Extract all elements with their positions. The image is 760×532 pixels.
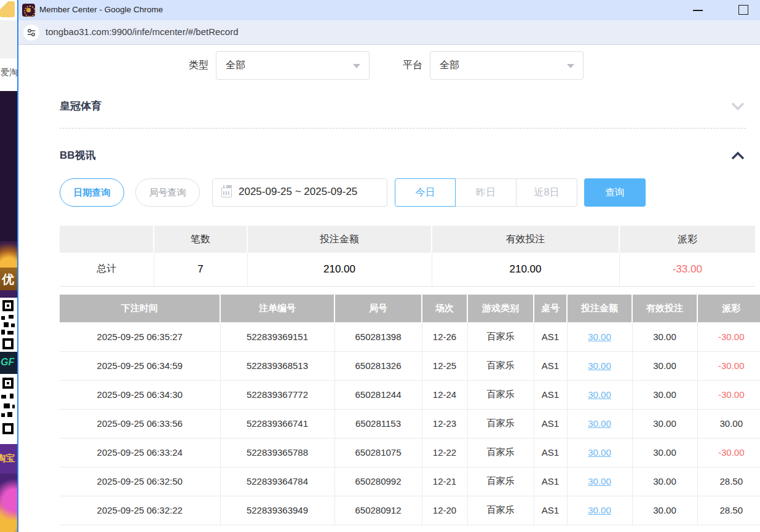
payout-cell: 28.50	[697, 496, 760, 525]
round-number-cell: 650281398	[334, 322, 422, 351]
column-header: 桌号	[534, 295, 567, 322]
bet-amount-cell: 30.00	[567, 409, 632, 438]
order-number-cell: 522839365788	[220, 438, 334, 467]
game-type-cell: 百家乐	[467, 351, 534, 380]
section-bb-video[interactable]: BB视讯	[60, 142, 760, 169]
table-row: 2025-09-25 06:32:22 522839363949 6502809…	[60, 496, 760, 525]
query-toolbar: 日期查询 局号查询 2025-09-25 ~ 2025-09-25 今日 昨日 …	[60, 178, 760, 207]
yesterday-button[interactable]: 昨日	[456, 178, 517, 207]
date-range-input[interactable]: 2025-09-25 ~ 2025-09-25	[212, 178, 387, 207]
round-number-cell: 650281326	[334, 351, 422, 380]
game-type-cell: 百家乐	[467, 438, 534, 467]
round-number-cell: 650281153	[334, 409, 422, 438]
valid-bet-cell: 30.00	[632, 380, 697, 409]
chevron-up-icon[interactable]	[730, 151, 745, 161]
column-header: 下注时间	[60, 295, 220, 322]
valid-bet-cell: 30.00	[632, 467, 697, 496]
valid-bet-cell: 30.00	[632, 438, 697, 467]
bet-amount-link[interactable]: 30.00	[588, 332, 611, 342]
gold-banner: 优	[0, 268, 17, 290]
session-cell: 12-24	[422, 380, 467, 409]
url-text[interactable]: tongbao31.com:9900/infe/mcenter/#/betRec…	[46, 26, 239, 37]
chevron-down-icon[interactable]	[730, 101, 745, 111]
bet-amount-cell: 30.00	[567, 467, 632, 496]
caret-down-icon	[567, 64, 574, 68]
section-title-crown: 皇冠体育	[60, 93, 760, 120]
section-crown-sports[interactable]: 皇冠体育	[60, 93, 760, 120]
page-content: 类型 全部 平台 全部 皇冠体育 BB视讯	[18, 45, 760, 531]
round-number-cell: 650281244	[334, 380, 422, 409]
bet-amount-cell: 30.00	[567, 322, 632, 351]
bet-amount-link[interactable]: 30.00	[588, 505, 611, 515]
search-button[interactable]: 查询	[584, 178, 646, 207]
type-select[interactable]: 全部	[216, 51, 370, 80]
desktop-purple-area	[0, 91, 17, 241]
desktop-gf-text: GF	[1, 357, 14, 368]
section-title-bb: BB视讯	[60, 142, 760, 169]
date-range-value: 2025-09-25 ~ 2025-09-25	[239, 186, 357, 198]
folder-icon	[0, 1, 15, 17]
platform-select-value: 全部	[440, 59, 459, 72]
bet-amount-cell: 30.00	[567, 351, 632, 380]
summary-table: 笔数 投注金额 有效投注 派彩 总计 7 210.00 210.00 -33.0…	[60, 226, 755, 287]
platform-select[interactable]: 全部	[430, 51, 584, 80]
bet-table-body: 2025-09-25 06:35:27 522839369151 6502813…	[60, 322, 760, 525]
game-type-cell: 百家乐	[467, 322, 534, 351]
table-row: 2025-09-25 06:34:30 522839367772 6502812…	[60, 380, 760, 409]
summary-header-valid: 有效投注	[432, 226, 619, 253]
minimize-button[interactable]	[684, 0, 712, 20]
table-row: 2025-09-25 06:33:24 522839365788 6502810…	[60, 438, 760, 467]
valid-bet-cell: 30.00	[632, 351, 697, 380]
order-number-cell: 522839366741	[220, 409, 334, 438]
bet-amount-cell: 30.00	[567, 380, 632, 409]
site-favicon	[22, 4, 35, 17]
order-number-cell: 522839369151	[220, 322, 334, 351]
bet-amount-link[interactable]: 30.00	[588, 360, 611, 371]
date-query-button[interactable]: 日期查询	[60, 178, 124, 207]
title-bar: Member Center - Google Chrome	[18, 0, 760, 20]
column-header: 注单编号	[220, 295, 334, 322]
game-type-cell: 百家乐	[467, 496, 534, 525]
bet-time-cell: 2025-09-25 06:33:24	[60, 438, 220, 467]
table-number-cell: AS1	[534, 409, 567, 438]
tune-icon[interactable]	[23, 25, 39, 41]
column-header: 投注金额	[567, 295, 632, 322]
summary-valid-value: 210.00	[432, 253, 619, 286]
taobao-banner: 淘宝	[0, 444, 17, 474]
session-cell: 12-22	[422, 438, 467, 467]
url-bar[interactable]: tongbao31.com:9900/infe/mcenter/#/betRec…	[18, 20, 760, 45]
bet-amount-cell: 30.00	[567, 438, 632, 467]
platform-filter-label: 平台	[403, 59, 422, 72]
summary-total-label: 总计	[60, 253, 154, 286]
session-cell: 12-25	[422, 351, 467, 380]
order-number-cell: 522839363949	[220, 496, 334, 525]
maximize-button[interactable]	[729, 0, 758, 20]
column-header: 游戏类别	[467, 295, 534, 322]
session-cell: 12-20	[422, 496, 467, 525]
game-type-cell: 百家乐	[467, 409, 534, 438]
game-type-cell: 百家乐	[467, 380, 534, 409]
bet-amount-link[interactable]: 30.00	[588, 447, 611, 458]
last8days-button[interactable]: 近8日	[517, 178, 577, 207]
bet-amount-link[interactable]: 30.00	[588, 418, 611, 429]
summary-header-empty	[60, 226, 154, 253]
gf-banner: GF	[0, 352, 17, 374]
type-filter-label: 类型	[189, 59, 208, 72]
game-art-glow	[0, 241, 17, 268]
round-query-button[interactable]: 局号查询	[135, 178, 200, 207]
session-cell: 12-26	[422, 322, 467, 351]
bet-amount-link[interactable]: 30.00	[588, 389, 611, 400]
bet-time-cell: 2025-09-25 06:32:50	[60, 467, 220, 496]
window-title: Member Center - Google Chrome	[39, 5, 163, 14]
bet-records-table: 下注时间注单编号局号场次游戏类别桌号投注金额有效投注派彩 2025-09-25 …	[60, 295, 760, 525]
bet-amount-link[interactable]: 30.00	[588, 476, 611, 486]
summary-payout-value: -33.00	[619, 253, 755, 286]
bet-time-cell: 2025-09-25 06:33:56	[60, 409, 220, 438]
table-row: 2025-09-25 06:34:59 522839368513 6502813…	[60, 351, 760, 380]
table-row: 2025-09-25 06:32:50 522839364784 6502809…	[60, 467, 760, 496]
table-number-cell: AS1	[534, 496, 567, 525]
game-type-cell: 百家乐	[467, 467, 534, 496]
summary-count-value: 7	[154, 253, 247, 286]
order-number-cell: 522839368513	[220, 351, 334, 380]
today-button[interactable]: 今日	[395, 178, 456, 207]
